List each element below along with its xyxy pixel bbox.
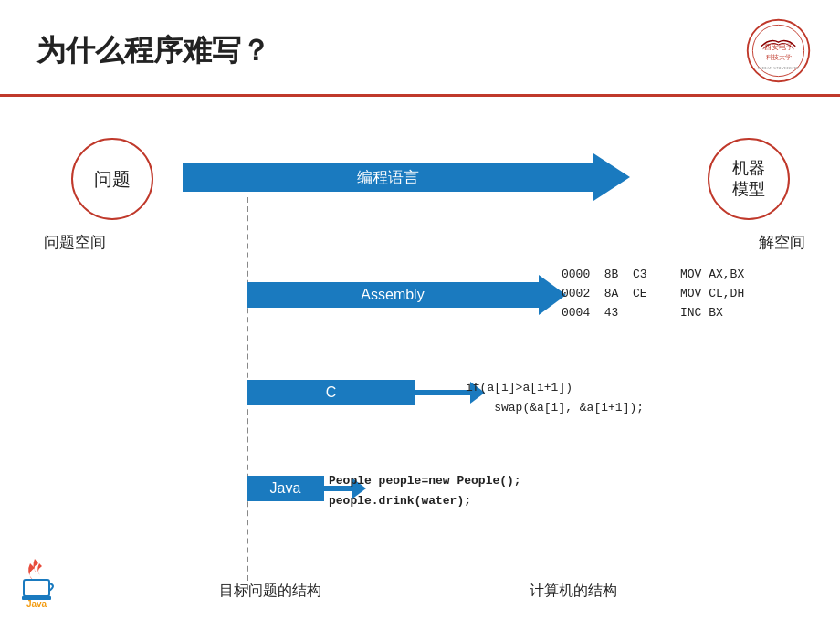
svg-text:XIDIAN UNIVERSITY: XIDIAN UNIVERSITY [758, 66, 800, 70]
svg-text:科技大学: 科技大学 [766, 54, 792, 60]
assembly-label: Assembly [361, 287, 424, 303]
svg-text:西安电子: 西安电子 [764, 42, 793, 51]
bottom-label-target-structure: 目标问题的结构 [219, 582, 321, 601]
machine-circle: 机器模型 [708, 138, 790, 220]
programming-arrow-body: 编程语言 [183, 163, 593, 192]
assembly-hex-code: 0000 8B C3 0002 8A CE 0004 43 [562, 266, 647, 322]
page-title: 为什么程序难写？ [37, 31, 270, 71]
university-logo: 西安电子 科技大学 XIDIAN UNIVERSITY [744, 16, 813, 85]
c-label: C [326, 384, 337, 401]
bottom-label-computer-structure: 计算机的结构 [530, 582, 617, 601]
java-code-block: People people=new People(); people.drink… [329, 471, 521, 511]
problem-circle-label: 问题 [94, 167, 131, 192]
problem-circle: 问题 [71, 138, 153, 220]
c-arrow-tail [415, 390, 470, 395]
svg-rect-5 [24, 580, 49, 596]
c-code-block: if(a[i]>a[i+1]) swap(&a[i], &a[i+1]); [466, 378, 644, 418]
solution-space-label: 解空间 [759, 232, 805, 253]
problem-space-label: 问题空间 [44, 232, 106, 253]
header: 为什么程序难写？ 西安电子 科技大学 XIDIAN UNIVERSITY [0, 0, 840, 94]
assembly-arrow-body: Assembly [247, 282, 539, 308]
machine-circle-label: 机器模型 [732, 158, 765, 201]
java-arrow-body: Java [247, 476, 324, 501]
assembly-arrow-container: Assembly [247, 275, 566, 315]
java-label: Java [270, 480, 301, 497]
java-icon: Java [16, 554, 62, 613]
assembly-mnemonic-code: MOV AX,BX MOV CL,DH INC BX [680, 266, 744, 322]
programming-label: 编程语言 [357, 167, 419, 188]
c-arrow-body: C [247, 380, 415, 405]
main-content: 问题 机器模型 问题空间 解空间 编程语言 Assembly 0000 8B C… [0, 97, 840, 617]
programming-arrow-container: 编程语言 [183, 163, 639, 192]
c-arrow-container: C [247, 380, 485, 405]
programming-arrowhead [593, 153, 630, 201]
svg-text:Java: Java [26, 599, 47, 609]
